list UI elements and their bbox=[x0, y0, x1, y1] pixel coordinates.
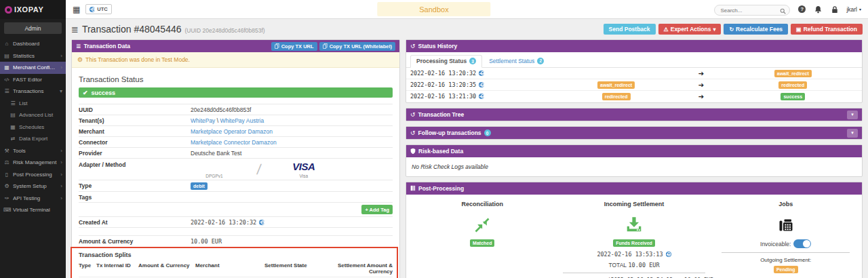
count-badge: 3 bbox=[469, 58, 476, 64]
count-badge: 0 bbox=[484, 130, 491, 136]
sidebar-item-advanced-list[interactable]: ▤Advanced List bbox=[0, 109, 66, 121]
system-setup-icon: ⚙ bbox=[3, 183, 10, 189]
caret-down-icon: ▾ bbox=[713, 26, 715, 33]
connector-link[interactable]: Marketplace Connector Damazon bbox=[191, 139, 277, 146]
sidebar-item-statistics[interactable]: ▤Statistics› bbox=[0, 50, 66, 62]
invoiceable-toggle[interactable] bbox=[793, 239, 811, 248]
user-name: jkarl bbox=[846, 6, 857, 13]
sidebar-item-transactions[interactable]: ☰Transactions▾ bbox=[0, 85, 66, 98]
sidebar-item-schedules[interactable]: ▦Schedules bbox=[0, 121, 66, 134]
sidebar-item-virtual-terminal[interactable]: ⌨Virtual Terminal bbox=[0, 204, 66, 216]
chevron-icon: › bbox=[60, 183, 62, 189]
status-badge: success bbox=[781, 93, 805, 100]
copy-icon bbox=[275, 43, 279, 49]
sidebar-item-fast-editor[interactable]: ‹/›FAST Editor bbox=[0, 74, 66, 86]
ixopay-logo[interactable]: IXOPAY bbox=[0, 0, 66, 19]
admin-selector[interactable]: Admin bbox=[4, 22, 62, 34]
expert-actions-button[interactable]: ⚠Expert Actions▾ bbox=[658, 24, 722, 35]
timezone-globe-icon[interactable] bbox=[479, 94, 484, 99]
search-input[interactable] bbox=[714, 5, 790, 16]
tenant-parent-link[interactable]: WhitePay bbox=[191, 117, 215, 124]
transaction-data-header: ≣ Transaction Data Copy TX URL Copy TX U… bbox=[72, 40, 399, 52]
page-header: ≣ Transaction #48045446 (UUID 20e248d0d5… bbox=[71, 24, 863, 35]
lock-icon[interactable] bbox=[830, 5, 839, 14]
history-icon: ↺ bbox=[410, 111, 416, 118]
user-menu[interactable]: jkarl ▾ bbox=[846, 6, 861, 13]
transaction-status-heading: Transaction Status bbox=[79, 75, 393, 83]
visa-logo: VISA Visa bbox=[280, 161, 328, 178]
main-area: ▦ UTC Sandbox ? bbox=[66, 0, 868, 278]
funds-received-download-icon bbox=[555, 216, 714, 233]
transaction-data-panel: ≣ Transaction Data Copy TX URL Copy TX U… bbox=[71, 39, 400, 278]
status-badge: redirected bbox=[602, 93, 631, 100]
api-testing-icon: ✑ bbox=[3, 195, 10, 201]
sidebar-item-merchant-configuration[interactable]: ▦Merchant Configuration› bbox=[0, 62, 66, 74]
list-icon: ☰ bbox=[9, 100, 16, 106]
merchant-configuration-icon: ▦ bbox=[3, 64, 10, 71]
sidebar-item-api-testing[interactable]: ✑API Testing› bbox=[0, 193, 66, 205]
recalculate-fees-button[interactable]: ↻Recalculate Fees bbox=[724, 24, 788, 35]
timezone-globe-icon[interactable] bbox=[479, 71, 484, 76]
field-row-amount: Amount & Currency 10.00 EUR bbox=[79, 235, 393, 246]
sidebar-item-system-setup[interactable]: ⚙System Setup› bbox=[0, 180, 66, 193]
shield-icon bbox=[410, 148, 416, 155]
ixopay-logo-text: IXOPAY bbox=[14, 5, 43, 14]
sidebar-item-data-export[interactable]: ⇄Data Export bbox=[0, 133, 66, 145]
virtual-terminal-icon: ⌨ bbox=[3, 207, 10, 213]
post-processing-panel: Post-Processing Reconciliation bbox=[406, 182, 863, 278]
notifications-bell-icon[interactable] bbox=[814, 5, 823, 14]
copy-tx-url-whitelabel-button[interactable]: Copy TX URL (Whitelabel) bbox=[319, 42, 395, 51]
refund-transaction-icon: ▣ bbox=[796, 26, 802, 33]
count-badge: 2 bbox=[537, 58, 544, 64]
sidebar-item-tools[interactable]: ⚒Tools› bbox=[0, 145, 66, 157]
tools-icon: ⚒ bbox=[3, 148, 10, 154]
search-icon[interactable] bbox=[780, 5, 786, 17]
arrow-right-icon: ➔ bbox=[674, 70, 728, 77]
status-badge: await_redirect bbox=[774, 70, 812, 77]
apps-grid-icon[interactable]: ▦ bbox=[73, 5, 80, 14]
field-row-merchant: Merchant Marketplace Operator Damazon bbox=[79, 125, 393, 136]
copy-tx-url-button[interactable]: Copy TX URL bbox=[271, 42, 317, 51]
tab-settlement-status[interactable]: Settlement Status 2 bbox=[484, 55, 549, 67]
tab-processing-status[interactable]: Processing Status 3 bbox=[410, 55, 482, 68]
transaction-uuid: (UUID 20e248d0d5c46f0b853f) bbox=[185, 27, 265, 34]
merchant-link[interactable]: Marketplace Operator Damazon bbox=[191, 128, 273, 135]
dashboard-icon: ⌂ bbox=[3, 41, 10, 47]
status-history-row: 2022-02-16 13:20:32 ➔ await_redirect bbox=[406, 68, 862, 79]
sidebar-item-post-processing[interactable]: ▯Post Processing› bbox=[0, 169, 66, 181]
collapse-chevron-button[interactable]: ▾ bbox=[847, 129, 858, 138]
transaction-tree-header: ↺ Transaction Tree ▾ bbox=[406, 108, 862, 121]
status-history-panel: ↺ Status History Processing Status 3 Set… bbox=[406, 39, 863, 103]
tenant-child-link[interactable]: WhitePay Austria bbox=[220, 117, 264, 124]
status-history-header: ↺ Status History bbox=[406, 40, 862, 52]
risk-header: Risk-based Data bbox=[406, 145, 862, 157]
sidebar-nav: ⌂Dashboard▤Statistics›▦Merchant Configur… bbox=[0, 38, 66, 216]
risk-empty-text: No Risk Check Logs available bbox=[406, 157, 862, 176]
sidebar-item-risk-management[interactable]: ⚖Risk Management› bbox=[0, 157, 66, 169]
send-postback-button[interactable]: Send Postback bbox=[604, 24, 656, 35]
sidebar-item-list[interactable]: ☰List bbox=[0, 98, 66, 110]
divider bbox=[722, 252, 850, 253]
sidebar-item-dashboard[interactable]: ⌂Dashboard bbox=[0, 38, 66, 50]
globe-icon bbox=[90, 7, 95, 12]
panel-icon: ≣ bbox=[76, 43, 81, 49]
check-icon: ✔ bbox=[83, 90, 88, 96]
refund-transaction-button[interactable]: ▣Refund Transaction bbox=[791, 24, 863, 35]
field-row-tenants: Tenant(s) WhitePay \ WhitePay Austria bbox=[79, 115, 393, 125]
ixopay-logo-ring-icon bbox=[5, 6, 12, 14]
help-icon[interactable]: ? bbox=[797, 5, 806, 14]
content: ≣ Transaction #48045446 (UUID 20e248d0d5… bbox=[66, 20, 868, 278]
tags-actions-row: + Add Tag bbox=[79, 202, 393, 216]
gears-icon: ⚙ bbox=[77, 56, 83, 63]
chevron-icon: › bbox=[60, 64, 62, 71]
status-history-row: 2022-02-16 13:20:35 await_redirect ➔ red… bbox=[406, 79, 862, 91]
timezone-globe-icon[interactable] bbox=[479, 82, 484, 87]
incoming-settlement-column: Incoming Settlement Funds Received bbox=[555, 201, 714, 278]
add-tag-button[interactable]: + Add Tag bbox=[361, 205, 393, 214]
field-row-tags: Tags bbox=[79, 191, 393, 202]
collapse-chevron-button[interactable]: ▾ bbox=[847, 111, 858, 119]
timezone-globe-icon[interactable] bbox=[666, 252, 671, 257]
field-row-provider: Provider Deutsche Bank Test bbox=[79, 147, 393, 158]
timezone-globe-icon[interactable] bbox=[259, 220, 264, 225]
timezone-utc-button[interactable]: UTC bbox=[85, 4, 111, 14]
